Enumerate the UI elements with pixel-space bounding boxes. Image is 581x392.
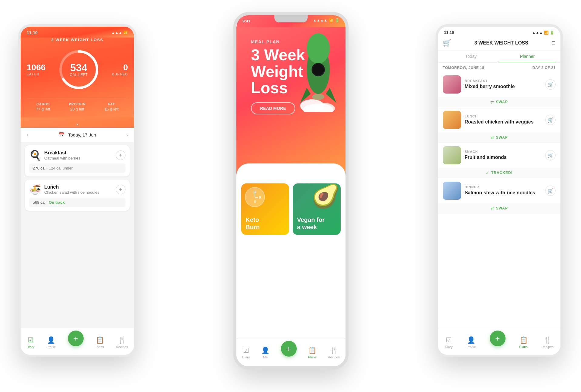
center-diary-icon: ☑ [243, 347, 249, 354]
prev-date-arrow[interactable]: ‹ [27, 132, 28, 138]
snack-cart-button[interactable]: 🛒 [545, 150, 556, 160]
keto-plan-card[interactable]: 10 8 9 KetoBurn [241, 183, 289, 235]
planner-snack-section: SNACK Fruit and almonds 🛒 ✓ TRACKED! [438, 143, 560, 178]
macro-protein: PROTEIN 23 g left [69, 102, 86, 111]
nav-add-button[interactable]: + [68, 331, 84, 346]
lunch-swap-row: ⇄ SWAP [438, 133, 560, 142]
center-nav-plans[interactable]: 📋 Plans [308, 347, 316, 359]
snack-tracked-label: TRACKED! [491, 171, 513, 175]
right-nav-profile[interactable]: 👤 Profile [466, 336, 476, 349]
dinner-cart-button[interactable]: 🛒 [545, 186, 556, 196]
planner-snack-row: SNACK Fruit and almonds 🛒 [438, 143, 560, 168]
nav-diary[interactable]: ☑ Diary [27, 336, 35, 349]
center-status-time: 9:41 [242, 19, 250, 23]
nav-plans[interactable]: 📋 Plans [95, 336, 104, 349]
scene: 11:10 ▲▲▲ 📶 3 WEEK WEIGHT LOSS 1066 EATE… [0, 0, 581, 392]
lunch-calories: 568 cal · On track [29, 198, 125, 207]
nav-profile[interactable]: 👤 Profile [46, 336, 56, 349]
svg-marker-7 [326, 88, 336, 103]
center-nav-me[interactable]: 👤 Me [261, 347, 269, 359]
center-nav-diary[interactable]: ☑ Diary [242, 347, 250, 359]
planner-date: TOMORROW, JUNE 18 [443, 66, 484, 70]
breakfast-swap-row: ⇄ SWAP [438, 97, 560, 107]
right-phone: 11:10 ▲▲▲ 📶 🔋 🛒 3 WEEK WEIGHT LOSS ≡ Tod… [436, 24, 563, 357]
center-nav-recipes[interactable]: 🍴 Recipes [328, 347, 340, 359]
svg-point-8 [312, 94, 324, 100]
dinner-name: Salmon stew with rice noodles [465, 190, 542, 196]
breakfast-cart-button[interactable]: 🛒 [545, 79, 556, 90]
dinner-swap-row: ⇄ SWAP [438, 203, 560, 213]
center-bottom-nav: ☑ Diary 👤 Me + 📋 Plans 🍴 Recipes [236, 338, 346, 366]
planner-date-row: TOMORROW, JUNE 18 DAY 2 OF 21 [438, 63, 560, 72]
right-nav-add-button[interactable]: + [490, 331, 506, 346]
center-wifi: 📶 [329, 18, 333, 22]
tab-planner[interactable]: Planner [499, 51, 556, 62]
breakfast-add-button[interactable]: + [116, 150, 125, 160]
planner-dinner-row: DINNER Salmon stew with rice noodles 🛒 [438, 178, 560, 203]
lunch-add-button[interactable]: + [116, 185, 125, 194]
nav-recipes[interactable]: 🍴 Recipes [116, 336, 128, 349]
read-more-button[interactable]: READ MORE [251, 102, 295, 114]
left-plan-title: 3 WEEK WEIGHT LOSS [51, 38, 103, 42]
breakfast-calories: 276 cal · 124 cal under [29, 163, 125, 173]
center-me-label: Me [263, 355, 268, 359]
breakfast-info: BREAKFAST Mixed berry smoothie [465, 79, 542, 90]
right-nav-diary[interactable]: ☑ Diary [445, 336, 453, 349]
swap-icon-breakfast: ⇄ [490, 100, 494, 104]
breakfast-name: Mixed berry smoothie [465, 84, 542, 90]
next-date-arrow[interactable]: › [126, 132, 128, 138]
keto-label: KetoBurn [245, 216, 260, 231]
right-nav-plans[interactable]: 📋 Plans [519, 336, 528, 349]
left-phone: 11:10 ▲▲▲ 📶 3 WEEK WEIGHT LOSS 1066 EATE… [18, 24, 136, 357]
center-recipes-icon: 🍴 [330, 347, 338, 354]
lunch-swap-label[interactable]: SWAP [496, 135, 508, 140]
center-plans-label: Plans [308, 355, 316, 359]
expand-chevron[interactable]: ⌄ [21, 117, 134, 128]
breakfast-type: Breakfast [44, 150, 80, 156]
cart-icon[interactable]: 🛒 [443, 39, 451, 47]
vegan-plan-card[interactable]: 🥑 Vegan fora week [293, 183, 341, 235]
nav-profile-label: Profile [46, 345, 56, 349]
right-bottom-nav: ☑ Diary 👤 Profile + 📋 Plans 🍴 Recipes [438, 328, 560, 355]
left-status-time: 11:10 [27, 30, 38, 35]
breakfast-category: BREAKFAST [465, 79, 542, 83]
snack-thumbnail [443, 146, 461, 164]
left-status-bar: 11:10 ▲▲▲ 📶 [21, 27, 134, 38]
svg-text:9: 9 [259, 196, 261, 199]
left-calories-burned: 0 BURNED [112, 63, 128, 76]
macro-fat: FAT 15 g left [105, 102, 119, 111]
tabs-row: Today Planner [438, 51, 560, 63]
breakfast-swap-label[interactable]: SWAP [496, 100, 508, 104]
lunch-cart-button[interactable]: 🛒 [545, 115, 556, 125]
right-nav-recipes[interactable]: 🍴 Recipes [541, 336, 553, 349]
macros-row: CARBS 77 g left PROTEIN 23 g left FAT 15… [27, 98, 128, 111]
dinner-swap-label[interactable]: SWAP [496, 206, 508, 210]
date-nav: ‹ 📅 Today, 17 Jun › [21, 128, 134, 142]
planner-dinner-section: DINNER Salmon stew with rice noodles 🛒 ⇄… [438, 178, 560, 213]
dinner-info: DINNER Salmon stew with rice noodles [465, 185, 542, 196]
calendar-icon: 📅 [58, 132, 65, 138]
center-battery: 🔋 [335, 18, 339, 22]
ring-center: 534 CAL LEFT [70, 62, 88, 77]
svg-point-5 [313, 64, 324, 75]
right-recipes-label: Recipes [541, 345, 553, 349]
right-app-header: 🛒 3 WEEK WEIGHT LOSS ≡ [438, 37, 560, 51]
macro-carbs: CARBS 77 g left [36, 102, 50, 111]
left-calories-eaten: 1066 EATEN [27, 63, 45, 76]
right-profile-icon: 👤 [467, 336, 475, 344]
center-nav-add-button[interactable]: + [281, 341, 297, 357]
center-diary-label: Diary [242, 355, 250, 359]
breakfast-thumbnail [443, 75, 461, 94]
right-profile-label: Profile [466, 345, 476, 349]
right-status-bar: 11:10 ▲▲▲ 📶 🔋 [438, 27, 560, 37]
swap-icon-lunch: ⇄ [490, 135, 494, 140]
center-signal: ▲▲▲▲ [313, 18, 327, 22]
lunch-category: LUNCH [465, 114, 542, 118]
breakfast-card: 🍳 Breakfast Oatmeal with berries + 276 c… [25, 145, 130, 176]
hamburger-menu-icon[interactable]: ≡ [552, 39, 556, 47]
right-diary-icon: ☑ [446, 336, 452, 344]
right-plans-icon: 📋 [519, 336, 528, 344]
tab-today[interactable]: Today [443, 51, 499, 62]
planner-breakfast-row: BREAKFAST Mixed berry smoothie 🛒 [438, 72, 560, 97]
right-signal-icon: ▲▲▲ [532, 31, 543, 35]
